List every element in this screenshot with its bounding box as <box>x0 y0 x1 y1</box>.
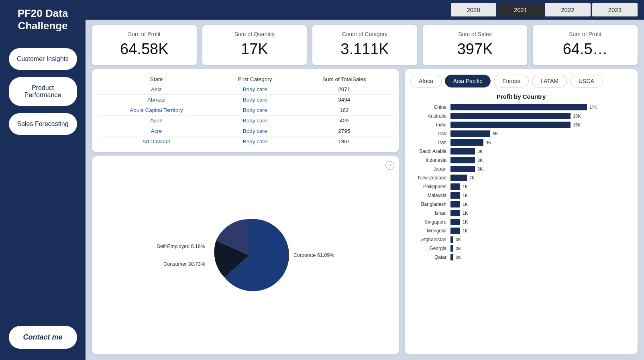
cell-category: Body care <box>215 105 295 116</box>
sidebar: PF20 Data Challenge Customer Insights Pr… <box>0 0 86 360</box>
region-tab-europe[interactable]: Europe <box>494 75 529 87</box>
cell-sales: 2795 <box>295 126 393 136</box>
bar-country-label: China <box>410 104 450 110</box>
bar-row: Georgia 0K <box>410 245 632 252</box>
bar-value: 5K <box>493 131 498 136</box>
kpi-card-category: Count of Category 3.111K <box>312 25 417 65</box>
pie-help-icon[interactable]: ? <box>385 161 394 170</box>
cell-category: Body care <box>215 84 295 95</box>
sidebar-item-product-performance[interactable]: Product Performance <box>9 77 77 106</box>
bar-fill <box>450 148 475 155</box>
bar-value: 17K <box>589 105 597 110</box>
bar-value: 0K <box>456 246 461 251</box>
bar-track: 1K <box>450 228 632 234</box>
cell-state: Abruzzi <box>98 95 215 105</box>
bar-fill <box>450 245 453 252</box>
kpi-label-3: Sum of Sales <box>431 31 520 37</box>
cell-sales: 409 <box>295 116 393 126</box>
bar-row: Iraq 5K <box>410 130 632 137</box>
bar-value: 3K <box>477 167 483 171</box>
bar-country-label: Israel <box>410 210 450 216</box>
bar-value: 1K <box>463 184 468 189</box>
col-category: First Category <box>215 75 295 84</box>
region-tab-usca[interactable]: USCA <box>570 75 603 87</box>
bar-track: 2K <box>450 175 632 181</box>
table-row: Abuja Capital Territory Body care 162 <box>98 105 393 116</box>
app-title: PF20 Data Challenge <box>4 7 82 32</box>
kpi-row: Sum of Profit 64.58K Sum of Quantity 17K… <box>86 20 644 69</box>
cell-state: Ad Dawhah <box>98 136 215 147</box>
bar-fill <box>450 139 483 146</box>
bar-row: Singapore 1K <box>410 219 632 225</box>
cell-sales: 1861 <box>295 136 393 147</box>
bar-row: Mongolia 1K <box>410 228 632 234</box>
bar-fill <box>450 219 460 225</box>
bar-chart-title: Profit by Country <box>410 93 632 100</box>
bar-value: 3K <box>477 158 483 163</box>
year-tab-2022[interactable]: 2022 <box>545 3 590 16</box>
kpi-value-4: 64.5… <box>541 41 630 58</box>
bar-track: 0K <box>450 245 632 252</box>
sidebar-item-customer-insights[interactable]: Customer Insights <box>9 48 77 70</box>
bar-country-label: Georgia <box>410 246 450 251</box>
bar-track: 1K <box>450 183 632 190</box>
pie-chart-card: ? Self-Employed 8.18% Consumer 30.73% <box>92 156 399 354</box>
bar-country-label: Qatar <box>410 254 450 260</box>
bar-country-label: Indonesia <box>410 157 450 163</box>
cell-sales: 2071 <box>295 84 393 95</box>
kpi-card-profit: Sum of Profit 64.58K <box>92 25 197 65</box>
bar-country-label: Afghanistan <box>410 237 450 242</box>
cell-state: Abia <box>98 84 215 95</box>
kpi-value-3: 397K <box>431 41 520 58</box>
region-tab-latam[interactable]: LATAM <box>532 75 567 87</box>
bar-fill <box>450 254 453 260</box>
bar-value: 15K <box>573 114 581 118</box>
left-panel: State First Category Sum of TotalSales A… <box>92 69 399 354</box>
bar-value: 1K <box>463 202 468 207</box>
bar-fill <box>450 236 453 243</box>
bar-country-label: Iran <box>410 140 450 145</box>
bar-country-label: Australia <box>410 113 450 119</box>
sidebar-item-sales-forecasting[interactable]: Sales Forecasting <box>9 113 77 135</box>
kpi-label-1: Sum of Quantity <box>210 31 299 37</box>
bar-fill <box>450 122 571 128</box>
cell-sales: 3494 <box>295 95 393 105</box>
pie-svg <box>209 215 289 295</box>
bar-country-label: Malaysia <box>410 193 450 198</box>
contact-button[interactable]: Contact me <box>9 326 77 349</box>
bar-value: 1K <box>463 228 468 233</box>
cell-category: Body care <box>215 116 295 126</box>
region-tabs: Africa Asia Pacific Europe LATAM USCA <box>410 75 632 87</box>
bar-fill <box>450 113 571 119</box>
bar-country-label: Singapore <box>410 219 450 225</box>
year-tab-2021[interactable]: 2021 <box>498 3 543 16</box>
bar-row: Afghanistan 0K <box>410 236 632 243</box>
bar-track: 3K <box>450 148 632 155</box>
bar-track: 1K <box>450 210 632 216</box>
pie-wrapper: Self-Employed 8.18% Consumer 30.73% <box>98 215 393 295</box>
kpi-value-0: 64.58K <box>100 41 189 58</box>
cell-state: Aceh <box>98 116 215 126</box>
region-tab-asia-pacific[interactable]: Asia Pacific <box>445 75 491 87</box>
kpi-label-2: Count of Category <box>320 31 409 37</box>
bar-value: 0K <box>456 237 461 242</box>
kpi-card-profit2: Sum of Profit 64.5… <box>533 25 638 65</box>
table-card: State First Category Sum of TotalSales A… <box>92 69 399 152</box>
bar-track: 17K <box>450 104 632 110</box>
bar-track: 1K <box>450 219 632 225</box>
bar-track: 1K <box>450 201 632 207</box>
bar-country-label: Saudi Arabia <box>410 148 450 154</box>
main-content: 2020 2021 2022 2023 Sum of Profit 64.58K… <box>86 0 644 360</box>
bar-value: 2K <box>469 175 475 180</box>
bar-row: Indonesia 3K <box>410 157 632 163</box>
kpi-value-2: 3.111K <box>320 41 409 58</box>
kpi-label-4: Sum of Profit <box>541 31 630 37</box>
bar-chart: China 17K Australia 15K India 15K Iraq 5… <box>410 104 632 349</box>
bar-country-label: Japan <box>410 166 450 172</box>
year-tab-2023[interactable]: 2023 <box>592 3 638 16</box>
year-tab-2020[interactable]: 2020 <box>451 3 496 16</box>
bar-track: 15K <box>450 113 632 119</box>
bar-row: Israel 1K <box>410 210 632 216</box>
region-tab-africa[interactable]: Africa <box>410 75 442 87</box>
right-panel: Africa Asia Pacific Europe LATAM USCA Pr… <box>405 69 638 354</box>
